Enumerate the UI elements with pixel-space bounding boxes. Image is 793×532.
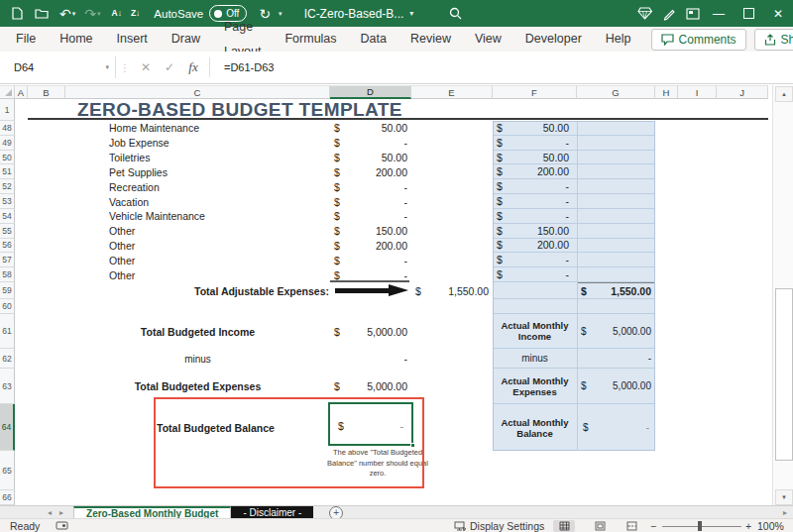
row-header-61[interactable]: 61 bbox=[0, 314, 15, 349]
column-header-e[interactable]: E bbox=[411, 85, 493, 99]
cell-g53[interactable] bbox=[577, 194, 655, 209]
draw-pen-icon[interactable] bbox=[662, 0, 676, 27]
cell-c62[interactable]: minus bbox=[65, 349, 330, 369]
ribbon-display-options-icon[interactable] bbox=[686, 0, 700, 27]
new-file-icon[interactable] bbox=[12, 0, 23, 27]
row-header-54[interactable]: 54 bbox=[0, 209, 15, 224]
cell-c51[interactable]: Pet Supplies bbox=[65, 164, 330, 179]
tab-help[interactable]: Help bbox=[594, 27, 643, 52]
close-button[interactable]: ✕ bbox=[763, 0, 793, 27]
cell-d61[interactable]: $ 5,000.00 bbox=[330, 314, 411, 349]
cell-f56[interactable]: $200.00 bbox=[493, 239, 577, 254]
cell-f60[interactable] bbox=[493, 299, 577, 314]
cell-total-adjustable-label[interactable]: Total Adjustable Expenses: bbox=[65, 282, 329, 299]
cell-f49[interactable]: $- bbox=[493, 136, 577, 151]
cell-f53[interactable]: $- bbox=[493, 194, 577, 209]
row-header-51[interactable]: 51 bbox=[0, 164, 15, 179]
cell-g61[interactable]: $ 5,000.00 bbox=[577, 314, 655, 349]
cell-g55[interactable] bbox=[577, 224, 655, 239]
cell-g52[interactable] bbox=[577, 179, 655, 194]
scroll-up-icon[interactable]: ▲ bbox=[775, 86, 793, 102]
cell-g58[interactable] bbox=[577, 267, 655, 282]
tab-review[interactable]: Review bbox=[398, 27, 463, 52]
row-header-55[interactable]: 55 bbox=[0, 224, 15, 239]
confirm-entry-icon[interactable]: ✓ bbox=[158, 60, 181, 74]
row-header-57[interactable]: 57 bbox=[0, 253, 15, 267]
column-header-h[interactable]: H bbox=[655, 85, 678, 99]
insert-function-icon[interactable]: fx bbox=[181, 59, 205, 75]
undo-icon[interactable]: ↶▾ bbox=[59, 0, 75, 27]
cell-g49[interactable] bbox=[577, 136, 655, 151]
row-header-60[interactable]: 60 bbox=[0, 299, 15, 314]
row-header-52[interactable]: 52 bbox=[0, 179, 15, 194]
maximize-button[interactable] bbox=[734, 0, 763, 27]
display-settings-label[interactable]: Display Settings bbox=[470, 520, 544, 532]
cell-c56[interactable]: Other bbox=[65, 239, 330, 254]
column-header-i[interactable]: I bbox=[678, 85, 717, 99]
cell-c55[interactable]: Other bbox=[65, 224, 330, 239]
row-header-66[interactable]: 66 bbox=[0, 490, 15, 505]
tab-developer[interactable]: Developer bbox=[513, 27, 594, 52]
open-folder-icon[interactable] bbox=[35, 0, 49, 27]
premium-diamond-icon[interactable] bbox=[637, 0, 652, 27]
cell-f48[interactable]: $50.00 bbox=[493, 121, 577, 136]
cell-f61[interactable]: Actual Monthly Income bbox=[493, 314, 577, 349]
cell-d55[interactable]: $150.00 bbox=[330, 224, 411, 239]
row-header-48[interactable]: 48 bbox=[0, 121, 15, 136]
cell-c50[interactable]: Toiletries bbox=[65, 151, 330, 165]
vertical-scrollbar[interactable]: ▲ ▼ bbox=[772, 85, 793, 505]
select-all-corner[interactable] bbox=[0, 85, 15, 99]
cell-d52[interactable]: $- bbox=[330, 179, 411, 194]
cell-d57[interactable]: $- bbox=[330, 253, 411, 267]
row-header-62[interactable]: 62 bbox=[0, 349, 15, 369]
cell-f50[interactable]: $50.00 bbox=[493, 151, 577, 165]
cell-c48[interactable]: Home Maintenance bbox=[65, 121, 330, 136]
zoom-slider-track[interactable] bbox=[662, 526, 741, 527]
name-box[interactable]: D64 ▾ bbox=[8, 56, 116, 78]
tab-data[interactable]: Data bbox=[349, 27, 398, 52]
document-title[interactable]: IC-Zero-Based-B... bbox=[304, 7, 404, 21]
view-page-break-button[interactable] bbox=[621, 520, 642, 532]
cell-f59[interactable] bbox=[493, 282, 577, 299]
cell-g60[interactable] bbox=[577, 299, 655, 314]
fill-handle[interactable] bbox=[410, 443, 415, 448]
worksheet-grid[interactable]: ZERO-BASED BUDGET TEMPLATE Total Adjusta… bbox=[0, 99, 772, 505]
cell-f58[interactable]: $- bbox=[493, 267, 577, 282]
cell-e59[interactable]: $ 1,550.00 bbox=[411, 282, 493, 299]
cell-d49[interactable]: $- bbox=[330, 136, 411, 151]
cell-g59[interactable]: $ 1,550.00 bbox=[577, 282, 655, 299]
formula-input[interactable]: =D61-D63 bbox=[224, 61, 274, 73]
cell-f57[interactable]: $- bbox=[493, 253, 577, 267]
tab-insert[interactable]: Insert bbox=[105, 27, 160, 52]
cell-g63[interactable]: $ 5,000.00 bbox=[577, 369, 655, 404]
share-button[interactable]: Share ▾ bbox=[754, 29, 793, 51]
cell-d48[interactable]: $50.00 bbox=[330, 121, 411, 136]
tab-home[interactable]: Home bbox=[48, 27, 104, 52]
row-header-63[interactable]: 63 bbox=[0, 369, 15, 404]
cell-c53[interactable]: Vacation bbox=[65, 194, 330, 209]
tab-view[interactable]: View bbox=[463, 27, 513, 52]
cell-g50[interactable] bbox=[577, 151, 655, 165]
sort-descending-icon[interactable]: Z↓ bbox=[131, 0, 140, 27]
vertical-scroll-thumb[interactable] bbox=[775, 288, 793, 461]
quick-access-chevron-icon[interactable]: ▾ bbox=[279, 10, 283, 18]
row-header-64[interactable]: 64 bbox=[0, 404, 15, 451]
column-header-b[interactable]: B bbox=[28, 85, 65, 99]
column-header-f[interactable]: F bbox=[493, 85, 577, 99]
column-header-c[interactable]: C bbox=[65, 85, 330, 99]
row-header-49[interactable]: 49 bbox=[0, 136, 15, 151]
cell-f55[interactable]: $150.00 bbox=[493, 224, 577, 239]
cell-d50[interactable]: $50.00 bbox=[330, 151, 411, 165]
row-header-58[interactable]: 58 bbox=[0, 267, 15, 282]
cancel-entry-icon[interactable]: ✕ bbox=[134, 60, 158, 74]
column-header-j[interactable]: J bbox=[717, 85, 768, 99]
tab-draw[interactable]: Draw bbox=[160, 27, 212, 52]
worksheet-title[interactable]: ZERO-BASED BUDGET TEMPLATE bbox=[77, 99, 672, 120]
cell-g48[interactable] bbox=[577, 121, 655, 136]
cell-d54[interactable]: $- bbox=[330, 209, 411, 224]
zoom-percentage[interactable]: 100% bbox=[757, 520, 784, 532]
display-settings-icon[interactable] bbox=[454, 521, 467, 532]
row-header-65[interactable]: 65 bbox=[0, 451, 15, 490]
comments-button[interactable]: Comments bbox=[651, 29, 746, 51]
column-header-g[interactable]: G bbox=[577, 85, 655, 99]
